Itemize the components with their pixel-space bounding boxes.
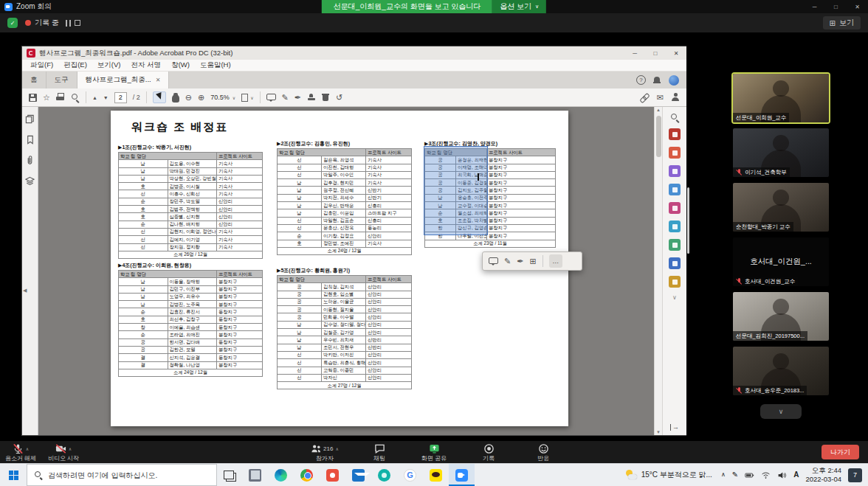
acrobat-minimize-button[interactable]: ─ [624, 46, 645, 60]
menu-item[interactable]: 보기(V) [92, 60, 126, 70]
weather-widget[interactable]: 15°C 부분적으로 맑... [624, 470, 714, 480]
comment-icon[interactable] [489, 257, 498, 266]
organize-pages-icon[interactable] [669, 221, 681, 232]
menu-item[interactable]: 창(W) [166, 60, 195, 70]
close-tab-icon[interactable]: ✕ [156, 77, 161, 83]
search-input[interactable] [48, 471, 203, 479]
delete-pages-icon[interactable] [322, 93, 330, 102]
participant-tile[interactable]: 이기석_건축학부 [733, 128, 829, 177]
fill-sign-icon[interactable] [669, 276, 681, 288]
compress-pdf-icon[interactable] [669, 239, 681, 251]
participant-tile[interactable]: 순천향대_박종기 교수 [733, 183, 829, 232]
menu-item[interactable]: 전자 서명 [125, 60, 166, 70]
tab-홈[interactable]: 홈 [22, 72, 46, 88]
mute-options-caret[interactable]: ∧ [26, 446, 29, 451]
app-edge-icon[interactable] [268, 464, 294, 486]
ime-indicator[interactable]: A [793, 471, 799, 479]
document-view[interactable]: 워크숍 조 배정표 ▶1조(진행교수: 박종기, 서진현) 학교 팀 명단프로젝… [38, 107, 654, 435]
view-button[interactable]: ⊞ 보기 [823, 16, 861, 29]
grid-icon[interactable]: ⊞ [529, 257, 536, 265]
zoom-in-icon[interactable]: ⊕ [198, 94, 204, 102]
app-mail-icon[interactable] [345, 464, 371, 486]
meeting-security-shield-icon[interactable]: ✓ [7, 18, 18, 28]
zoom-out-icon[interactable]: ⊖ [185, 94, 192, 102]
chat-button[interactable]: 채팅 [363, 441, 396, 463]
protect-pdf-icon[interactable] [669, 257, 681, 269]
participant-tile[interactable]: 호서대_이건원_...호서대_이건원_교수 [733, 237, 829, 286]
app-chrome-icon[interactable] [294, 464, 320, 486]
participant-tile[interactable]: 선문대_이희원_교수 [733, 74, 829, 122]
next-page-icon[interactable]: ▼ [103, 95, 108, 100]
bookmarks-icon[interactable] [25, 135, 35, 145]
highlight-icon[interactable]: ✎ [504, 257, 511, 265]
reactions-button[interactable]: 반응 [527, 441, 559, 463]
scroll-down-icon[interactable]: ▼ [655, 430, 662, 434]
app-red-icon[interactable] [320, 464, 345, 486]
export-pdf-icon[interactable] [669, 128, 681, 140]
zoom-level-dropdown[interactable]: 70.5% ∨ [210, 94, 235, 101]
wifi-icon[interactable] [761, 471, 771, 480]
maximize-button[interactable]: □ [825, 0, 847, 13]
acrobat-titlebar[interactable]: 행사프로그램_최종워크숍.pdf - Adobe Acrobat Pro DC … [22, 46, 686, 60]
app-zoom-icon[interactable] [449, 464, 475, 486]
record-button[interactable]: 기록 [472, 441, 505, 463]
notifications-bell-icon[interactable] [653, 76, 661, 85]
stop-recording-icon[interactable] [75, 20, 80, 26]
profile-icon[interactable] [671, 93, 680, 102]
scroll-up-icon[interactable]: ▲ [655, 108, 662, 112]
app-teal-icon[interactable] [371, 464, 397, 486]
layers-icon[interactable] [25, 176, 35, 186]
menu-item[interactable]: 편집(E) [58, 60, 92, 70]
favorites-star-icon[interactable]: ☆ [43, 94, 50, 102]
more-tools-icon[interactable]: … [549, 254, 562, 268]
menu-item[interactable]: 파일(F) [25, 60, 58, 70]
app-monitor-icon[interactable] [242, 464, 268, 486]
app-kakao-icon[interactable] [423, 464, 449, 486]
account-avatar[interactable] [669, 75, 679, 86]
more-participants-button[interactable]: ∨ [760, 404, 802, 419]
create-pdf-icon[interactable] [669, 147, 681, 159]
edit-pdf-icon[interactable] [669, 165, 681, 177]
page-number-input[interactable]: 2 [114, 92, 127, 103]
find-icon[interactable] [71, 93, 80, 102]
participants-button[interactable]: 216 ∧ 참가자 [309, 441, 341, 463]
acrobat-maximize-button[interactable]: □ [645, 46, 666, 60]
task-view-icon[interactable] [217, 464, 242, 486]
previous-page-icon[interactable]: ▲ [92, 95, 97, 100]
view-options-button[interactable]: 옵션 보기 ∨ [492, 0, 546, 13]
battery-icon[interactable] [745, 471, 754, 480]
start-video-button[interactable]: ∧ 비디오 시작 [47, 441, 80, 463]
unmute-button[interactable]: ∧ 음소거 해제 [4, 441, 37, 463]
help-icon[interactable]: ? [636, 75, 646, 85]
participant-tile[interactable]: 호서대_송우준_20183... [733, 347, 829, 395]
share-screen-button[interactable]: 화면 공유 [418, 441, 450, 463]
mail-icon[interactable]: ✉ [657, 94, 664, 102]
sign-pen-icon[interactable]: ✒ [294, 94, 301, 102]
page-display-dropdown[interactable]: ∨ [241, 94, 253, 102]
notification-icon[interactable]: 7 [848, 468, 862, 482]
print-icon[interactable] [56, 93, 65, 102]
combine-files-icon[interactable] [669, 202, 681, 214]
refresh-icon[interactable]: ↺ [336, 94, 342, 102]
page-thumbnails-icon[interactable] [25, 114, 35, 124]
close-button[interactable]: ✕ [847, 0, 868, 13]
comment-tool-icon[interactable] [669, 184, 681, 195]
attachments-icon[interactable] [25, 156, 35, 165]
minimize-button[interactable]: ─ [804, 0, 825, 13]
app-google-icon[interactable] [397, 464, 423, 486]
tab-도구[interactable]: 도구 [46, 72, 78, 88]
pen-icon[interactable]: ✎ [732, 471, 738, 479]
save-icon[interactable] [29, 94, 37, 102]
tray-overflow-caret[interactable]: ∧ [721, 472, 726, 478]
sign-icon[interactable]: ✒ [517, 257, 523, 265]
tab-document[interactable]: 행사프로그램_최종...✕ [78, 72, 170, 88]
vertical-scrollbar[interactable]: ▲ ▼ [654, 107, 662, 435]
leave-button[interactable]: 나가기 [822, 445, 859, 459]
pause-recording-icon[interactable] [66, 20, 71, 27]
start-button[interactable] [0, 464, 27, 486]
acrobat-close-button[interactable]: ✕ [666, 46, 686, 60]
comment-icon[interactable] [266, 93, 276, 103]
participant-tile[interactable]: 선문대_김희진_20197500... [733, 292, 829, 341]
video-options-caret[interactable]: ∧ [69, 446, 72, 451]
select-tool-icon[interactable] [153, 91, 166, 103]
